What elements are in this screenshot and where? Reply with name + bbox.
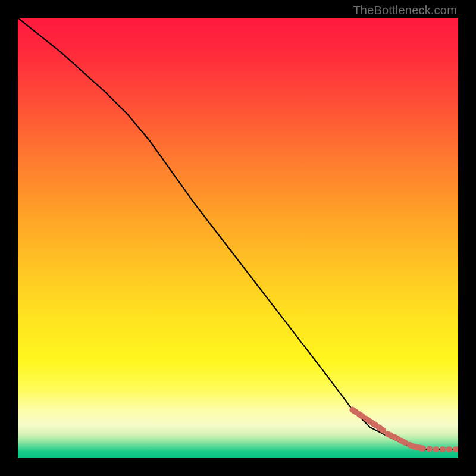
marker-dot: [420, 446, 426, 452]
bottleneck-curve: [18, 18, 458, 449]
markers-group: [352, 410, 458, 453]
curve-group: [18, 18, 458, 449]
marker-dash: [401, 440, 405, 443]
chart-frame: TheBottleneck.com: [0, 0, 476, 476]
marker-dot: [433, 446, 439, 452]
marker-dot: [427, 446, 433, 452]
marker-dot: [453, 446, 458, 452]
plot-area: [18, 18, 458, 458]
marker-dash: [372, 423, 376, 425]
marker-dot: [446, 446, 452, 452]
watermark-text: TheBottleneck.com: [353, 4, 457, 17]
marker-dash: [388, 434, 392, 436]
marker-dash: [394, 437, 398, 439]
marker-dot: [440, 446, 446, 452]
marker-dash: [352, 410, 356, 412]
marker-dash: [366, 418, 369, 421]
chart-svg: [18, 18, 458, 458]
marker-dash: [379, 427, 383, 431]
marker-dash: [359, 414, 363, 416]
